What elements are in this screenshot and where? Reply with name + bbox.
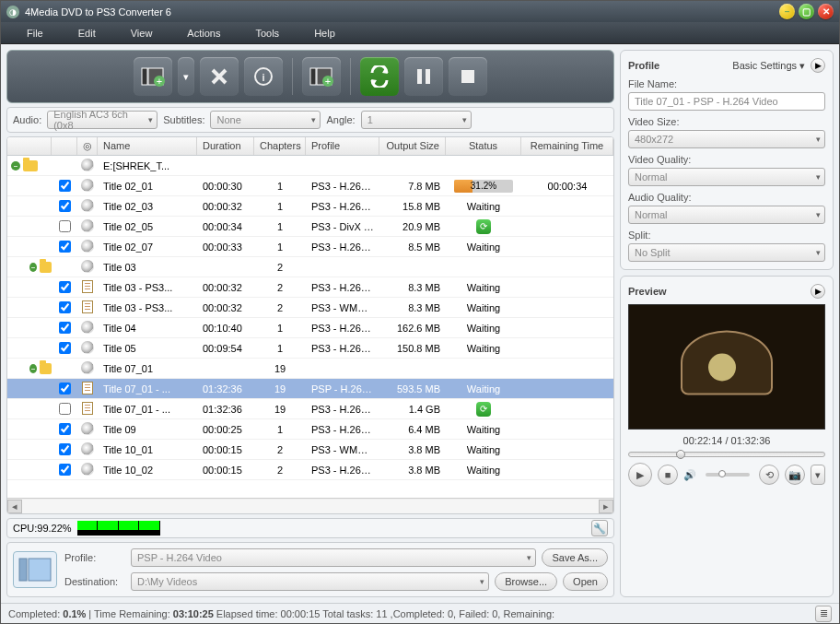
convert-button[interactable]: [360, 57, 399, 96]
basic-settings-link[interactable]: Basic Settings▾: [732, 60, 805, 72]
panel-expand-icon[interactable]: ▶: [811, 58, 825, 73]
stop-button[interactable]: [449, 57, 487, 96]
preview-title: Preview: [628, 286, 805, 297]
profile-panel: Profile Basic Settings▾ ▶ File Name: Tit…: [620, 50, 834, 270]
document-icon: [82, 280, 93, 293]
table-row[interactable]: Title 07_01 - ...01:32:3619PSP - H.264 .…: [7, 379, 613, 399]
seek-slider[interactable]: [628, 452, 825, 457]
snapshot-button[interactable]: 📷: [785, 465, 805, 485]
videosize-label: Video Size:: [628, 116, 825, 127]
row-checkbox[interactable]: [59, 403, 71, 415]
svg-rect-12: [461, 70, 474, 83]
disc-icon: [81, 260, 94, 273]
add-dropdown-button[interactable]: ▾: [178, 57, 194, 96]
table-row[interactable]: Title 02_0100:00:301PS3 - H.264 ...7.8 M…: [7, 176, 613, 196]
table-row[interactable]: Title 02_0700:00:331PS3 - H.264 ...8.5 M…: [7, 237, 613, 257]
app-icon: ◑: [6, 6, 19, 18]
row-checkbox[interactable]: [59, 220, 71, 232]
menubar: FileEditViewActionsToolsHelp: [1, 22, 839, 44]
horizontal-scrollbar[interactable]: ◂▸: [7, 498, 613, 513]
menu-tools[interactable]: Tools: [246, 24, 305, 42]
col-status[interactable]: Status: [446, 137, 521, 155]
filename-label: File Name:: [628, 78, 825, 89]
minimize-button[interactable]: –: [779, 4, 795, 19]
row-checkbox[interactable]: [59, 322, 71, 334]
row-checkbox[interactable]: [59, 281, 71, 293]
profile-thumb-icon: [13, 551, 57, 588]
maximize-button[interactable]: ▢: [799, 4, 814, 19]
titlebar: ◑ 4Media DVD to PS3 Converter 6 – ▢ ✕: [1, 1, 839, 22]
table-row[interactable]: Title 02_0300:00:321PS3 - H.264 ...15.8 …: [7, 196, 613, 217]
browse-button[interactable]: Browse...: [495, 572, 557, 591]
table-row[interactable]: –Title 07_0119: [7, 359, 613, 379]
split-dropdown[interactable]: No Split: [628, 243, 825, 262]
videoquality-dropdown[interactable]: Normal: [628, 168, 825, 186]
table-row[interactable]: Title 0900:00:251PS3 - H.264 ...6.4 MBWa…: [7, 419, 613, 440]
preview-expand-icon[interactable]: ▶: [811, 284, 825, 299]
audio-dropdown[interactable]: English AC3 6ch (0x8: [47, 111, 158, 129]
col-duration[interactable]: Duration: [197, 137, 254, 155]
status-options-icon[interactable]: ≣: [815, 606, 832, 622]
table-row[interactable]: –E:[SHREK_T...: [7, 156, 613, 176]
subtitles-dropdown[interactable]: None: [210, 111, 321, 129]
table-row[interactable]: Title 03 - PS3...00:00:322PS3 - WMV ...8…: [7, 298, 613, 318]
audioquality-dropdown[interactable]: Normal: [628, 206, 825, 224]
col-output[interactable]: Output Size: [379, 137, 446, 155]
row-checkbox[interactable]: [59, 241, 71, 253]
table-row[interactable]: Title 0400:10:401PS3 - H.264 ...162.6 MB…: [7, 318, 613, 338]
cpu-bar: CPU:99.22% 🔧: [6, 518, 614, 538]
document-icon: [82, 402, 93, 415]
preview-video[interactable]: [628, 304, 825, 430]
pause-button[interactable]: [404, 57, 443, 96]
stream-select-bar: Audio: English AC3 6ch (0x8 Subtitles: N…: [6, 107, 614, 133]
row-checkbox[interactable]: [59, 443, 71, 455]
table-row[interactable]: Title 10_0200:00:152PS3 - H.264 ...3.8 M…: [7, 460, 613, 480]
menu-file[interactable]: File: [18, 24, 69, 42]
col-chapters[interactable]: Chapters: [254, 137, 306, 155]
videosize-dropdown[interactable]: 480x272: [628, 130, 825, 148]
player-more-button[interactable]: ▾: [811, 465, 825, 485]
document-icon: [82, 382, 93, 394]
svg-rect-13: [19, 559, 27, 581]
row-checkbox[interactable]: [59, 301, 71, 313]
table-row[interactable]: Title 0500:09:541PS3 - H.264 ...150.8 MB…: [7, 338, 613, 359]
table-row[interactable]: Title 10_0100:00:152PS3 - WMV ...3.8 MBW…: [7, 440, 613, 460]
settings-icon[interactable]: 🔧: [591, 520, 608, 536]
open-button[interactable]: Open: [563, 572, 608, 591]
disc-icon: [81, 240, 94, 253]
table-row[interactable]: –Title 032: [7, 257, 613, 277]
menu-actions[interactable]: Actions: [178, 24, 246, 42]
volume-slider[interactable]: [706, 473, 750, 477]
col-profile[interactable]: Profile: [306, 137, 379, 155]
row-checkbox[interactable]: [59, 342, 71, 354]
info-button[interactable]: i: [244, 57, 283, 96]
col-remaining[interactable]: Remaining Time: [521, 137, 613, 155]
row-checkbox[interactable]: [59, 423, 71, 435]
row-checkbox[interactable]: [59, 180, 71, 192]
delete-button[interactable]: [200, 57, 239, 96]
divider: [350, 58, 351, 95]
menu-view[interactable]: View: [122, 24, 179, 42]
table-row[interactable]: Title 07_01 - ...01:32:3619PS3 - H.264 .…: [7, 399, 613, 419]
row-checkbox[interactable]: [59, 383, 71, 394]
filename-input[interactable]: Title 07_01 - PSP - H.264 Video: [628, 92, 825, 111]
add-file-button[interactable]: +: [134, 57, 172, 96]
angle-dropdown[interactable]: 1: [361, 111, 472, 129]
menu-help[interactable]: Help: [305, 24, 361, 42]
row-checkbox[interactable]: [59, 464, 71, 476]
col-name[interactable]: Name: [98, 137, 197, 155]
menu-edit[interactable]: Edit: [69, 24, 122, 42]
repeat-button[interactable]: ⟲: [759, 465, 779, 485]
play-button[interactable]: ▶: [628, 463, 652, 487]
profile-dropdown[interactable]: PSP - H.264 Video: [131, 548, 536, 567]
table-row[interactable]: Title 02_0500:00:341PS3 - DivX H...20.9 …: [7, 217, 613, 237]
save-as-button[interactable]: Save As...: [542, 548, 608, 567]
row-checkbox[interactable]: [59, 200, 71, 212]
add-profile-button[interactable]: +: [302, 57, 341, 96]
destination-dropdown[interactable]: D:\My Videos: [131, 572, 489, 591]
svg-text:i: i: [262, 72, 264, 83]
close-button[interactable]: ✕: [818, 4, 834, 19]
volume-icon[interactable]: 🔊: [683, 469, 696, 481]
player-stop-button[interactable]: ■: [658, 465, 678, 485]
table-row[interactable]: Title 03 - PS3...00:00:322PS3 - H.264 ..…: [7, 277, 613, 298]
